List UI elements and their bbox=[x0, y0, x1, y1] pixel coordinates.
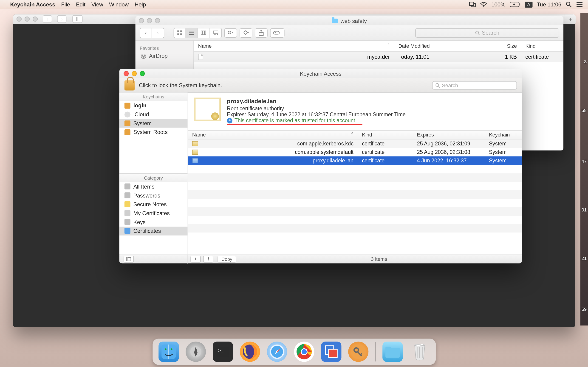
sidebar-toggle-button[interactable] bbox=[72, 15, 82, 23]
svg-rect-56 bbox=[329, 349, 337, 358]
certificate-authority: Root certificate authority bbox=[227, 106, 406, 112]
wifi-icon[interactable] bbox=[480, 2, 487, 7]
dock-finder-icon[interactable] bbox=[158, 342, 179, 362]
keychain-item-system[interactable]: System bbox=[120, 119, 188, 128]
menu-window[interactable]: Window bbox=[109, 1, 129, 8]
kca-search-field[interactable]: Search bbox=[432, 81, 517, 90]
empty-row bbox=[188, 216, 522, 224]
view-icons-button[interactable] bbox=[174, 28, 186, 38]
action-button[interactable] bbox=[240, 28, 252, 38]
svg-point-44 bbox=[165, 348, 166, 350]
finder-fwd-button[interactable]: › bbox=[152, 28, 164, 38]
sidebar-item-airdrop[interactable]: AirDrop bbox=[136, 52, 193, 60]
svg-point-33 bbox=[275, 32, 276, 33]
svg-rect-26 bbox=[228, 31, 229, 32]
spotlight-icon[interactable] bbox=[565, 1, 572, 8]
dock-keychain-icon[interactable] bbox=[348, 342, 368, 362]
category-passwords[interactable]: Passwords bbox=[120, 191, 188, 200]
dock-terminal-icon[interactable]: >_ bbox=[212, 342, 233, 362]
sort-chevron-up-icon: ˄ bbox=[351, 132, 354, 138]
cert-stack-icon bbox=[124, 210, 130, 216]
menubar-clock[interactable]: Tue 11:06 bbox=[537, 1, 561, 8]
keychain-item-system-roots[interactable]: System Roots bbox=[120, 128, 188, 137]
dock-launchpad-icon[interactable] bbox=[185, 342, 206, 362]
keychain-item-login[interactable]: login bbox=[120, 101, 188, 110]
dock-vm-icon[interactable] bbox=[321, 342, 341, 362]
finder-column-headers[interactable]: Name˄ Date Modified Size Kind bbox=[194, 41, 563, 52]
empty-row bbox=[188, 199, 522, 207]
traffic-lights[interactable] bbox=[17, 17, 38, 22]
svg-line-35 bbox=[478, 34, 480, 35]
all-items-icon bbox=[124, 184, 130, 190]
view-list-button[interactable] bbox=[186, 28, 198, 38]
input-source-badge[interactable]: A bbox=[525, 1, 532, 7]
dock-folder-icon[interactable] bbox=[382, 342, 402, 362]
copy-button[interactable]: Copy bbox=[217, 256, 236, 262]
view-columns-button[interactable] bbox=[198, 28, 210, 38]
add-button[interactable]: + bbox=[190, 256, 200, 262]
cert-table-body: com.apple.kerberos.kdc certificate 25 Au… bbox=[188, 140, 522, 254]
notifications-icon[interactable] bbox=[576, 2, 583, 7]
category-secure-notes[interactable]: Secure Notes bbox=[120, 200, 188, 209]
screenshare-icon[interactable] bbox=[469, 2, 476, 7]
cert-table-headers[interactable]: Name˄ Kind Expires Keychain bbox=[188, 130, 522, 140]
dock-safari-icon[interactable] bbox=[267, 342, 287, 362]
svg-rect-14 bbox=[177, 33, 179, 35]
svg-point-9 bbox=[577, 2, 578, 3]
category-all-items[interactable]: All Items bbox=[120, 182, 188, 191]
svg-line-5 bbox=[570, 5, 571, 7]
key-icon bbox=[124, 219, 130, 225]
table-row-selected[interactable]: proxy.diladele.lan certificate 4 Jun 202… bbox=[188, 156, 522, 165]
keychain-item-icloud[interactable]: iCloud bbox=[120, 110, 188, 119]
svg-rect-21 bbox=[204, 31, 206, 35]
sidebar-toggle-button[interactable] bbox=[124, 256, 134, 262]
finder-traffic-lights[interactable] bbox=[139, 18, 160, 23]
menu-edit[interactable]: Edit bbox=[76, 1, 86, 8]
keychains-header: Keychains bbox=[120, 93, 188, 101]
menu-help[interactable]: Help bbox=[135, 1, 146, 8]
svg-rect-3 bbox=[519, 3, 520, 6]
table-row[interactable]: com.apple.systemdefault certificate 25 A… bbox=[188, 148, 522, 156]
dock-firefox-icon[interactable] bbox=[240, 342, 260, 362]
nav-fwd-button[interactable]: › bbox=[57, 15, 67, 23]
battery-percent: 100% bbox=[491, 1, 505, 8]
share-button[interactable] bbox=[255, 28, 267, 38]
view-gallery-button[interactable] bbox=[209, 28, 221, 38]
svg-rect-23 bbox=[214, 34, 215, 35]
certificate-name: proxy.diladele.lan bbox=[227, 98, 406, 104]
category-certificates[interactable]: Certificates bbox=[120, 226, 188, 235]
key-icon bbox=[124, 192, 130, 198]
category-panel: Category All Items Passwords Secure Note… bbox=[120, 173, 188, 254]
file-row[interactable]: myca.der Today, 11:01 1 KB certificate bbox=[194, 52, 563, 62]
item-count: 3 items bbox=[236, 256, 522, 262]
category-my-certificates[interactable]: My Certificates bbox=[120, 209, 188, 218]
table-row[interactable]: com.apple.kerberos.kdc certificate 25 Au… bbox=[188, 140, 522, 148]
lock-icon[interactable] bbox=[124, 80, 135, 90]
menu-file[interactable]: File bbox=[61, 1, 70, 8]
finder-back-button[interactable]: ‹ bbox=[140, 28, 152, 38]
nav-back-button[interactable]: ‹ bbox=[43, 15, 52, 23]
svg-rect-15 bbox=[180, 33, 182, 35]
svg-rect-28 bbox=[228, 33, 229, 34]
kca-traffic-lights[interactable] bbox=[124, 71, 145, 76]
tags-button[interactable] bbox=[270, 28, 285, 38]
svg-rect-27 bbox=[230, 31, 231, 32]
new-tab-button[interactable]: + bbox=[565, 15, 576, 23]
certificate-row-icon bbox=[192, 141, 198, 146]
desktop-right-edge: 3 58 47 01 21 59 bbox=[580, 13, 588, 325]
info-button[interactable]: i bbox=[203, 256, 213, 262]
svg-point-34 bbox=[476, 31, 479, 34]
menu-view[interactable]: View bbox=[91, 1, 103, 8]
finder-search-field[interactable]: Search bbox=[415, 28, 559, 38]
svg-rect-20 bbox=[203, 31, 204, 35]
finder-title: web safety bbox=[341, 17, 367, 24]
unlocked-icon bbox=[124, 102, 130, 108]
arrange-button[interactable] bbox=[225, 28, 237, 38]
svg-rect-32 bbox=[274, 31, 279, 34]
category-keys[interactable]: Keys bbox=[120, 217, 188, 226]
app-name[interactable]: Keychain Access bbox=[10, 1, 55, 8]
airdrop-icon bbox=[141, 53, 147, 59]
dock-chrome-icon[interactable] bbox=[294, 342, 314, 362]
dock-trash-icon[interactable] bbox=[409, 342, 430, 362]
empty-row bbox=[188, 165, 522, 173]
